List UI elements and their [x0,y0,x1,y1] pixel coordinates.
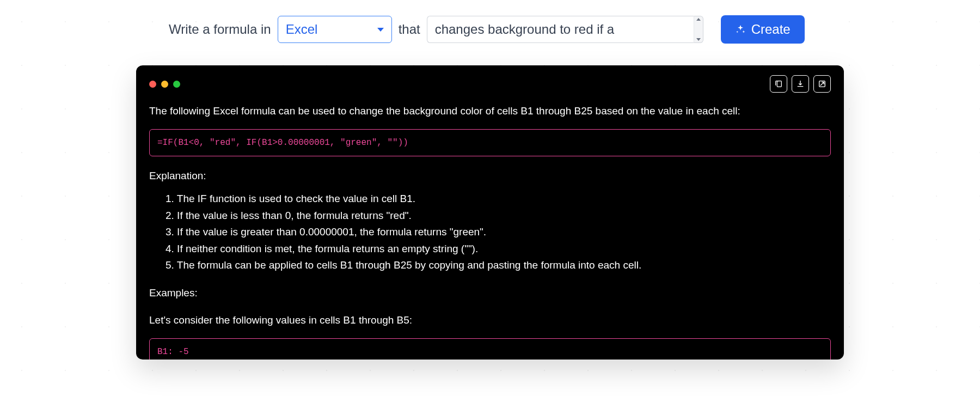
prompt-bar: Write a formula in Excel that Create [136,15,844,44]
traffic-green-icon [173,81,180,88]
svg-rect-0 [777,81,781,87]
prompt-middle: that [399,22,420,37]
create-button[interactable]: Create [721,15,805,44]
output-intro: The following Excel formula can be used … [149,103,831,119]
output-terminal: The following Excel formula can be used … [136,65,844,360]
terminal-actions [770,75,831,93]
terminal-body[interactable]: The following Excel formula can be used … [136,101,844,360]
input-scroll[interactable] [694,16,703,43]
expand-icon [818,80,826,88]
download-button[interactable] [792,75,809,93]
dropdown-value: Excel [286,22,318,37]
explanation-list: 1. The IF function is used to check the … [166,191,831,273]
list-item: 3. If the value is greater than 0.000000… [166,224,831,240]
chevron-down-icon [377,28,384,32]
clipboard-icon [774,80,783,88]
prompt-input-wrapper [427,16,703,43]
list-item: 5. The formula can be applied to cells B… [166,258,831,273]
examples-heading: Examples: [149,285,831,301]
create-button-label: Create [751,22,791,37]
platform-dropdown[interactable]: Excel [278,16,392,43]
download-icon [796,80,805,88]
terminal-header [136,75,844,101]
traffic-lights [149,81,180,88]
arrow-up-icon [696,18,701,21]
copy-button[interactable] [770,75,787,93]
sparkle-icon [735,24,746,35]
list-item: 4. If neither condition is met, the form… [166,241,831,257]
expand-button[interactable] [813,75,831,93]
examples-intro: Let's consider the following values in c… [149,313,831,328]
explanation-heading: Explanation: [149,168,831,184]
list-item: 1. The IF function is used to check the … [166,191,831,207]
examples-code-block: B1: -5 B2: 0 [149,338,831,360]
arrow-down-icon [696,38,701,41]
prompt-input[interactable] [427,16,694,43]
formula-code-block: =IF(B1<0, "red", IF(B1>0.00000001, "gree… [149,129,831,156]
prompt-prefix: Write a formula in [169,22,271,37]
traffic-yellow-icon [161,81,168,88]
list-item: 2. If the value is less than 0, the form… [166,208,831,224]
traffic-red-icon [149,81,156,88]
